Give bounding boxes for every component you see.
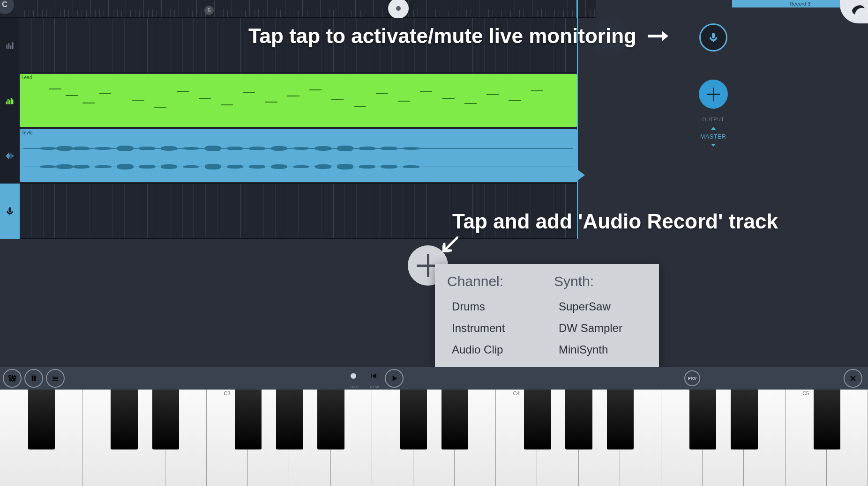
- svg-point-16: [859, 6, 861, 7]
- mic-icon: [5, 206, 15, 216]
- black-key[interactable]: [111, 390, 137, 449]
- svg-rect-3: [12, 42, 14, 49]
- menu-item-dw-sampler[interactable]: DW Sampler: [554, 317, 647, 339]
- black-key[interactable]: [235, 390, 262, 449]
- output-down-button[interactable]: [695, 142, 732, 148]
- clip-audio[interactable]: Tevlo const blobs=[[3,7],[6,11],[9,8],[1…: [20, 129, 577, 182]
- record-button[interactable]: [345, 368, 361, 384]
- key-label-c3: C3: [224, 390, 231, 396]
- svg-point-22: [14, 376, 16, 379]
- menu-item-audio-clip[interactable]: Audio Clip: [447, 339, 540, 361]
- rewind-icon: [368, 371, 378, 381]
- svg-rect-10: [7, 154, 8, 158]
- output-label: OUTPUT: [695, 117, 732, 122]
- svg-point-21: [11, 379, 14, 381]
- channel-heading: Channel:: [447, 273, 540, 289]
- bar-number-badge: 5: [204, 6, 214, 15]
- black-key[interactable]: [689, 390, 716, 449]
- black-key[interactable]: [524, 390, 551, 449]
- piano-keyboard[interactable]: // ~21 white keys document.write(Array.f…: [0, 390, 868, 486]
- svg-rect-6: [9, 100, 10, 104]
- svg-rect-23: [32, 376, 33, 381]
- close-icon: [848, 374, 858, 383]
- black-key[interactable]: [607, 390, 634, 449]
- menu-item-instrument[interactable]: Instrument: [447, 317, 540, 339]
- region-end-handle[interactable]: [577, 169, 585, 181]
- svg-rect-24: [34, 376, 36, 381]
- svg-rect-13: [11, 153, 12, 159]
- output-destination[interactable]: MASTER: [695, 133, 732, 140]
- add-effect-button[interactable]: [699, 80, 728, 109]
- bars-icon: [5, 41, 15, 50]
- rewind-button[interactable]: [365, 368, 381, 384]
- play-button[interactable]: [385, 369, 404, 388]
- black-key[interactable]: [565, 390, 592, 449]
- svg-rect-8: [12, 100, 14, 104]
- menu-item-supersaw[interactable]: SuperSaw: [554, 296, 647, 317]
- svg-rect-0: [7, 44, 8, 49]
- waveform-icon: [5, 151, 15, 161]
- arrow-right-icon: [648, 24, 668, 48]
- black-key[interactable]: [317, 390, 344, 449]
- svg-rect-15: [13, 155, 14, 156]
- instruction-add-track: Tap and add 'Audio Record' track: [452, 210, 778, 233]
- play-icon: [389, 374, 399, 383]
- svg-rect-4: [6, 102, 7, 104]
- menu-button[interactable]: [46, 369, 65, 388]
- key-label-c4: C4: [513, 390, 520, 396]
- svg-rect-14: [12, 155, 13, 157]
- chevron-up-icon: [710, 126, 717, 131]
- svg-point-20: [9, 376, 11, 378]
- svg-rect-9: [6, 155, 7, 156]
- svg-rect-7: [11, 98, 12, 104]
- key-label-c5: C5: [802, 390, 809, 396]
- black-key[interactable]: [28, 390, 55, 449]
- track-header-record[interactable]: [0, 184, 20, 239]
- black-key[interactable]: [400, 390, 427, 449]
- track-header-lead[interactable]: [0, 73, 20, 128]
- rec-label: REC: [351, 385, 359, 389]
- preview-button[interactable]: PRV: [684, 370, 700, 386]
- svg-rect-1: [8, 43, 10, 49]
- close-keyboard-button[interactable]: [844, 369, 862, 388]
- svg-rect-5: [7, 99, 9, 104]
- svg-rect-25: [52, 377, 58, 378]
- output-section: OUTPUT MASTER: [695, 117, 732, 148]
- svg-rect-12: [9, 155, 10, 158]
- record-dot-icon: [351, 373, 356, 379]
- black-key[interactable]: [441, 390, 468, 449]
- instruction-monitor: Tap tap to activate/mute live monitoring: [248, 24, 668, 48]
- track-header-drums[interactable]: [0, 18, 20, 73]
- track-lanes-area[interactable]: document.write(Array.from({length:48}).m…: [20, 18, 577, 239]
- svg-rect-11: [8, 153, 9, 159]
- mic-icon: [708, 32, 719, 43]
- svg-rect-2: [10, 45, 12, 49]
- pause-button[interactable]: [24, 369, 43, 388]
- mixer-toggle-button[interactable]: [3, 369, 22, 388]
- black-key[interactable]: [152, 390, 179, 449]
- black-key[interactable]: [731, 390, 757, 449]
- svg-rect-27: [52, 380, 58, 381]
- output-up-button[interactable]: [695, 125, 732, 132]
- menu-item-minisynth[interactable]: MiniSynth: [554, 339, 647, 361]
- arrow-diagonal-icon: [441, 236, 458, 253]
- monitor-mic-button[interactable]: [699, 23, 727, 52]
- svg-rect-26: [52, 378, 58, 379]
- synth-heading: Synth:: [554, 273, 647, 289]
- midi-icon: [5, 96, 15, 105]
- transport-bar: REC REW PRV: [0, 367, 868, 390]
- black-key[interactable]: [276, 390, 303, 449]
- app-logo-icon[interactable]: [840, 0, 868, 23]
- menu-item-drums[interactable]: Drums: [447, 296, 540, 317]
- lane-audio[interactable]: Tevlo const blobs=[[3,7],[6,11],[9,8],[1…: [20, 128, 577, 184]
- lane-lead[interactable]: Lead // scatter some note dashes const n…: [20, 73, 577, 128]
- pause-icon: [29, 374, 38, 383]
- rew-label: REW: [370, 385, 379, 389]
- sliders-icon: [7, 374, 17, 383]
- clip-lead[interactable]: Lead // scatter some note dashes const n…: [20, 74, 577, 127]
- track-sidebar: [0, 18, 20, 239]
- track-header-audio[interactable]: [0, 128, 20, 184]
- black-key[interactable]: [814, 390, 840, 449]
- menu-lines-icon: [51, 374, 60, 383]
- chevron-down-icon: [710, 143, 717, 147]
